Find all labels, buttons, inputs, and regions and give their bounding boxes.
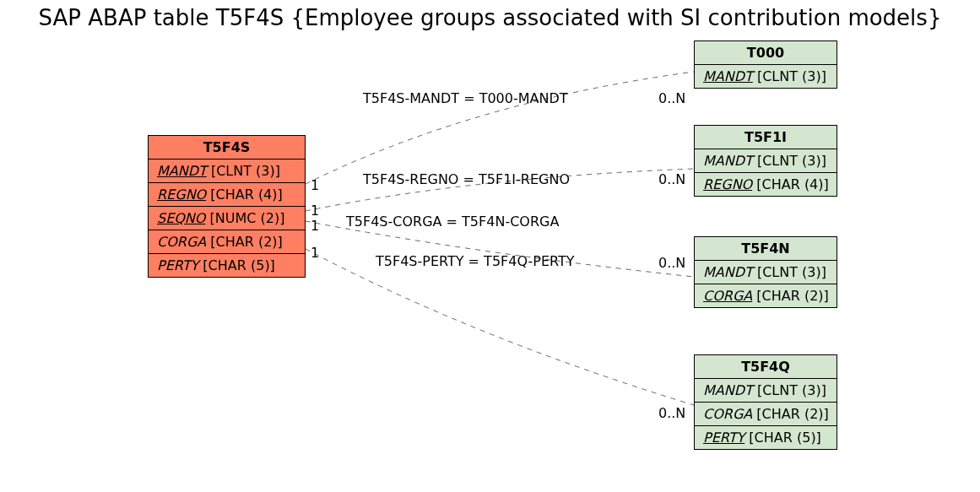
table-t5f1i: T5F1I MANDT [CLNT (3)] REGNO [CHAR (4)] [694,125,837,197]
field-row: PERTY [CHAR (5)] [149,254,305,277]
field-row: CORGA [CHAR (2)] [695,284,837,307]
cardinality-left: 1 [311,177,319,193]
table-t5f4q: T5F4Q MANDT [CLNT (3)] CORGA [CHAR (2)] … [694,354,837,450]
field-row: REGNO [CHAR (4)] [695,173,837,196]
page-title: SAP ABAP table T5F4S {Employee groups as… [0,5,980,30]
table-header: T5F4Q [695,355,837,379]
table-t000: T000 MANDT [CLNT (3)] [694,41,837,89]
field-row: PERTY [CHAR (5)] [695,426,837,449]
field-row: MANDT [CLNT (3)] [695,379,837,403]
cardinality-right: 0..N [658,171,685,187]
field-row: MANDT [CLNT (3)] [149,159,305,183]
table-t5f4n: T5F4N MANDT [CLNT (3)] CORGA [CHAR (2)] [694,236,837,308]
field-row: CORGA [CHAR (2)] [695,403,837,426]
cardinality-left: 1 [311,218,319,234]
field-row: CORGA [CHAR (2)] [149,230,305,254]
cardinality-left: 1 [311,245,319,261]
table-header: T5F4N [695,237,837,261]
cardinality-right: 0..N [658,255,685,271]
field-row: SEQNO [NUMC (2)] [149,207,305,230]
table-header: T5F1I [695,126,837,149]
table-header: T000 [695,41,837,65]
field-row: MANDT [CLNT (3)] [695,261,837,284]
relation-label: T5F4S-CORGA = T5F4N-CORGA [346,214,559,230]
cardinality-right: 0..N [658,405,685,421]
cardinality-right: 0..N [658,90,685,106]
table-t5f4s: T5F4S MANDT [CLNT (3)] REGNO [CHAR (4)] … [148,135,306,278]
relation-label: T5F4S-REGNO = T5F1I-REGNO [363,171,570,187]
table-header: T5F4S [149,136,305,159]
cardinality-left: 1 [311,203,319,219]
relation-label: T5F4S-MANDT = T000-MANDT [363,90,568,106]
relation-label: T5F4S-PERTY = T5F4Q-PERTY [376,253,575,269]
field-row: MANDT [CLNT (3)] [695,149,837,173]
field-row: REGNO [CHAR (4)] [149,183,305,207]
field-row: MANDT [CLNT (3)] [695,65,837,88]
